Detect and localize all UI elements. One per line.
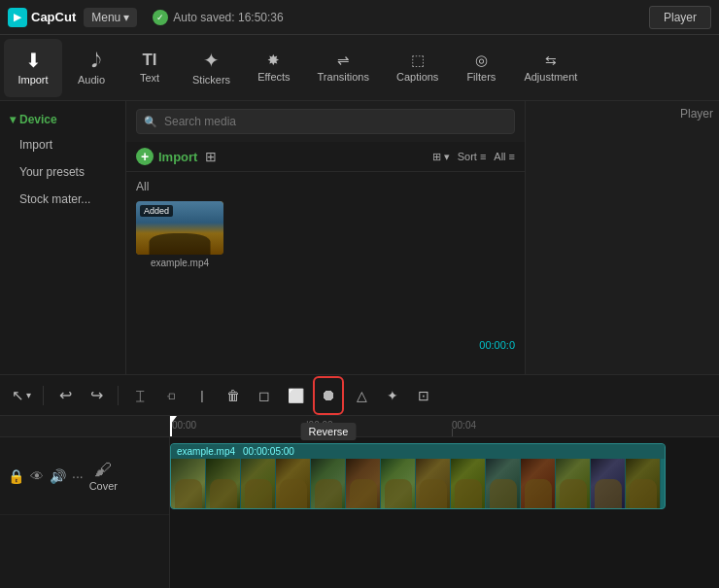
auto-saved-text: Auto saved: 16:50:36 bbox=[173, 11, 283, 24]
nav-item-transitions[interactable]: ⇌ Transitions bbox=[304, 39, 383, 97]
all-filter-button[interactable]: All ≡ bbox=[494, 151, 515, 162]
star-icon: ✦ bbox=[387, 388, 398, 403]
right-panel: Player bbox=[525, 101, 719, 374]
split-icon: ⌶ bbox=[136, 388, 144, 403]
star-button[interactable]: ✦ bbox=[379, 382, 406, 409]
split3-button[interactable]: | bbox=[188, 382, 216, 409]
sidebar-stock-label: Stock mater... bbox=[19, 192, 90, 206]
cursor-chevron-icon: ▾ bbox=[26, 390, 31, 400]
video-frames bbox=[171, 459, 665, 509]
cover-brush-icon[interactable]: 🖌 bbox=[94, 460, 112, 480]
video-frame-1 bbox=[171, 459, 206, 509]
sidebar-import-label: Import bbox=[19, 138, 52, 152]
top-bar: ▶ CapCut Menu ▾ ✓ Auto saved: 16:50:36 P… bbox=[0, 0, 719, 35]
timeline-tracks: 🔒 👁 🔊 ··· 🖌 Cover 00:00 |00:02 bbox=[0, 416, 719, 588]
player-button[interactable]: Player bbox=[649, 6, 711, 29]
frame-icon: ⬜ bbox=[288, 388, 304, 403]
video-track: example.mp4 00:00:05:00 bbox=[170, 443, 719, 511]
cover-label: Cover bbox=[89, 480, 118, 492]
video-frame-10 bbox=[486, 459, 521, 509]
effects-icon: ✸ bbox=[267, 52, 280, 67]
nav-item-import[interactable]: ⬇ Import bbox=[4, 39, 62, 97]
trim-icon: △ bbox=[357, 388, 367, 403]
import-bar-right: ⊞ ▾ Sort ≡ All ≡ bbox=[432, 151, 515, 163]
logo-icon: ▶ bbox=[8, 8, 27, 27]
split-at-button[interactable]: ⟤ bbox=[157, 382, 185, 409]
nav-item-effects[interactable]: ✸ Effects bbox=[244, 39, 303, 97]
media-grid: Added example.mp4 bbox=[136, 201, 515, 268]
timeline-area[interactable]: 00:00 |00:02 00:04 example.mp4 00:00:05:… bbox=[170, 416, 719, 588]
sort-button[interactable]: Sort ≡ bbox=[458, 151, 487, 162]
sidebar-presets-label: Your presets bbox=[19, 165, 85, 179]
nav-item-captions[interactable]: ⬚ Captions bbox=[383, 39, 452, 97]
search-input[interactable] bbox=[136, 109, 515, 134]
more-icon[interactable]: ··· bbox=[72, 468, 84, 484]
app-name: CapCut bbox=[31, 10, 76, 24]
nav-label-effects: Effects bbox=[257, 71, 290, 83]
import-btn-label: Import bbox=[158, 150, 197, 164]
sort-label: Sort bbox=[458, 151, 477, 162]
sidebar-item-stock[interactable]: Stock mater... bbox=[4, 187, 121, 212]
added-badge: Added bbox=[140, 205, 173, 217]
nav-item-stickers[interactable]: ✦ Stickers bbox=[179, 39, 244, 97]
video-frame-13 bbox=[591, 459, 626, 509]
sort-dropdown[interactable]: ⊞ ▾ bbox=[432, 151, 450, 163]
grid-toggle-button[interactable]: ⊞ bbox=[205, 149, 217, 164]
nav-label-text: Text bbox=[140, 72, 159, 84]
video-frame-3 bbox=[241, 459, 276, 509]
sidebar-arrow-icon: ▾ bbox=[10, 113, 16, 126]
eye-icon[interactable]: 👁 bbox=[30, 468, 44, 484]
video-frame-4 bbox=[276, 459, 311, 509]
player-panel-label: Player bbox=[680, 107, 713, 121]
sidebar: ▾ Device Import Your presets Stock mater… bbox=[0, 101, 126, 374]
nav-label-transitions: Transitions bbox=[318, 71, 369, 83]
video-frame-11 bbox=[521, 459, 556, 509]
media-all-label: All bbox=[136, 180, 515, 193]
import-plus-icon: + bbox=[136, 148, 154, 165]
toolbar-divider-1 bbox=[43, 386, 44, 405]
redo-button[interactable]: ↪ bbox=[83, 382, 110, 409]
nav-label-filters: Filters bbox=[466, 71, 496, 83]
menu-button[interactable]: Menu ▾ bbox=[84, 8, 137, 27]
nav-label-audio: Audio bbox=[78, 74, 105, 86]
filters-icon: ◎ bbox=[475, 52, 488, 67]
media-panel: + Import ⊞ ⊞ ▾ Sort ≡ All ≡ All bbox=[126, 101, 525, 374]
sidebar-section-device[interactable]: ▾ Device bbox=[0, 109, 125, 130]
frame-button[interactable]: ⬜ bbox=[282, 382, 309, 409]
track-controls: 🔒 👁 🔊 ··· 🖌 Cover bbox=[0, 416, 170, 588]
sidebar-item-presets[interactable]: Your presets bbox=[4, 159, 121, 185]
fit-button[interactable]: ⊡ bbox=[410, 382, 437, 409]
undo-button[interactable]: ↩ bbox=[51, 382, 79, 409]
split-at-icon: ⟤ bbox=[167, 388, 175, 402]
reverse-button[interactable]: ⏺ bbox=[319, 382, 338, 409]
stickers-icon: ✦ bbox=[203, 51, 220, 70]
cover-wrap: 🖌 Cover bbox=[89, 437, 118, 514]
main-content: ▾ Device Import Your presets Stock mater… bbox=[0, 101, 719, 374]
nav-item-filters[interactable]: ◎ Filters bbox=[452, 39, 510, 97]
nav-item-adjustment[interactable]: ⇆ Adjustment bbox=[510, 39, 591, 97]
crop-button[interactable]: ◻ bbox=[251, 382, 278, 409]
undo-icon: ↩ bbox=[59, 386, 72, 404]
split-button[interactable]: ⌶ bbox=[126, 382, 154, 409]
nav-item-text[interactable]: TI Text bbox=[120, 39, 179, 97]
nav-item-audio[interactable]: 𝅘𝅥𝅮 Audio bbox=[62, 39, 120, 97]
menu-chevron-icon: ▾ bbox=[123, 11, 129, 24]
import-icon: ⬇ bbox=[25, 51, 42, 70]
sidebar-item-import[interactable]: Import bbox=[4, 132, 121, 157]
video-clip[interactable]: example.mp4 00:00:05:00 bbox=[170, 443, 666, 509]
sidebar-section-label: Device bbox=[19, 113, 57, 126]
media-filename: example.mp4 bbox=[136, 258, 223, 268]
cursor-icon: ↖ bbox=[12, 387, 24, 404]
search-wrap bbox=[136, 109, 515, 134]
delete-button[interactable]: 🗑 bbox=[220, 382, 247, 409]
transitions-icon: ⇌ bbox=[337, 52, 350, 67]
cursor-tool-button[interactable]: ↖ ▾ bbox=[8, 383, 35, 408]
check-icon: ✓ bbox=[153, 10, 168, 25]
lock-icon[interactable]: 🔒 bbox=[8, 468, 24, 484]
import-button[interactable]: + Import bbox=[136, 148, 197, 165]
audio-track-icon[interactable]: 🔊 bbox=[50, 468, 66, 484]
toolbar-nav: ⬇ Import 𝅘𝅥𝅮 Audio TI Text ✦ Stickers ✸ … bbox=[0, 35, 719, 101]
trim-button[interactable]: △ bbox=[348, 382, 375, 409]
media-thumbnail[interactable]: Added example.mp4 bbox=[136, 201, 223, 268]
sort-chevron-icon: ▾ bbox=[444, 151, 450, 163]
